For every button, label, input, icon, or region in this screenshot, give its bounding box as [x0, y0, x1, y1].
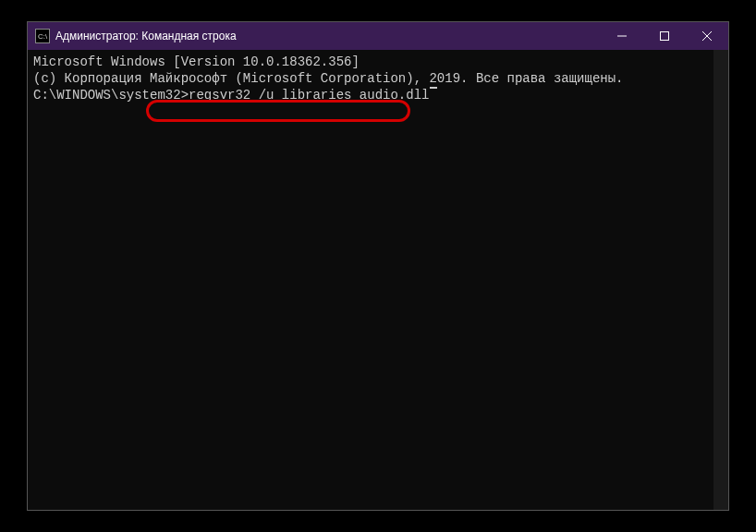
terminal-area[interactable]: Microsoft Windows [Version 10.0.18362.35… [28, 50, 728, 510]
maximize-icon [660, 31, 669, 41]
titlebar[interactable]: C:\ Администратор: Командная строка [28, 22, 728, 50]
svg-rect-1 [661, 32, 669, 41]
close-button[interactable] [686, 22, 728, 50]
terminal-command: regsvr32 /u libraries_audio.dll [189, 87, 429, 103]
minimize-icon [617, 31, 627, 41]
window-controls [601, 22, 728, 50]
maximize-button[interactable] [643, 22, 686, 50]
window-title: Администратор: Командная строка [55, 30, 601, 42]
terminal-prompt-line: C:\WINDOWS\system32>regsvr32 /u librarie… [33, 87, 723, 103]
terminal-prompt: C:\WINDOWS\system32> [33, 87, 189, 103]
terminal-output-line: (c) Корпорация Майкрософт (Microsoft Cor… [33, 70, 723, 87]
cursor [430, 87, 437, 89]
minimize-button[interactable] [601, 22, 643, 50]
command-prompt-window: C:\ Администратор: Командная строка Micr… [27, 21, 729, 511]
close-icon [702, 31, 712, 41]
cmd-icon: C:\ [35, 29, 50, 43]
terminal-output-line: Microsoft Windows [Version 10.0.18362.35… [33, 54, 723, 70]
vertical-scrollbar[interactable] [713, 50, 728, 510]
